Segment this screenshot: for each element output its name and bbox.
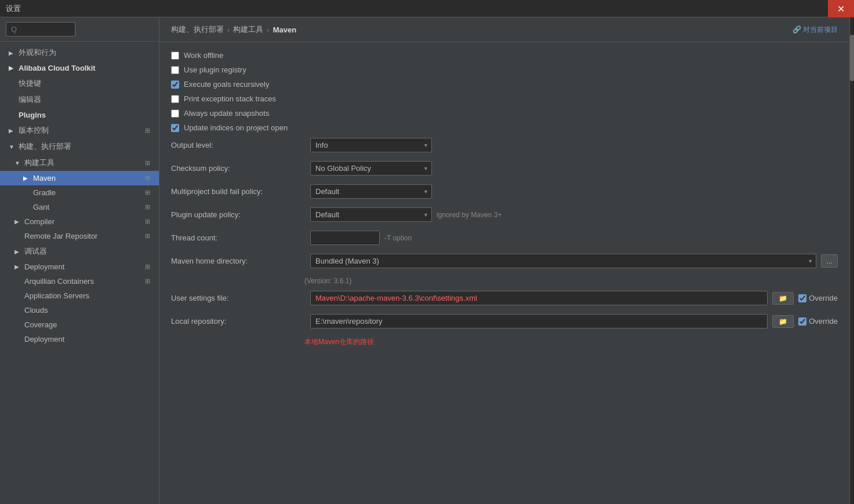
checksum-policy-select-wrapper: No Global Policy Fail Warn Ignore bbox=[310, 161, 432, 176]
execute-goals-label[interactable]: Execute goals recursively bbox=[184, 80, 269, 89]
local-repo-override-checkbox[interactable] bbox=[798, 317, 806, 326]
plugin-update-policy-select-wrapper: Default Always update Never update bbox=[310, 207, 432, 222]
title-bar: 设置 ✕ bbox=[0, 0, 854, 17]
maven-home-select-wrapper: Bundled (Maven 3) bbox=[310, 254, 816, 268]
sidebar-nav: ▶ 外观和行为 ▶ Alibaba Cloud Toolkit 快捷键 编辑器 … bbox=[0, 42, 159, 504]
local-repo-override: Override bbox=[798, 317, 838, 326]
sidebar-item-coverage[interactable]: Coverage bbox=[0, 317, 159, 332]
output-level-control: Trace Debug Info Warn Error bbox=[310, 138, 838, 152]
sidebar-item-label: Alibaba Cloud Toolkit bbox=[19, 64, 96, 72]
maven-home-row: Maven home directory: Bundled (Maven 3) … bbox=[171, 254, 838, 268]
work-offline-checkbox[interactable] bbox=[171, 52, 179, 60]
update-indices-label[interactable]: Update indices on project open bbox=[184, 123, 288, 132]
user-settings-row: User settings file: 📁 Override bbox=[171, 291, 838, 305]
sidebar-item-label: 编辑器 bbox=[19, 94, 41, 105]
window-title: 设置 bbox=[6, 3, 21, 14]
breadcrumb-sep1: › bbox=[227, 25, 230, 34]
maven-home-select[interactable]: Bundled (Maven 3) bbox=[310, 254, 816, 268]
use-plugin-registry-checkbox[interactable] bbox=[171, 66, 179, 74]
close-button[interactable]: ✕ bbox=[828, 0, 854, 17]
sidebar-item-editor[interactable]: 编辑器 bbox=[0, 92, 159, 108]
sidebar-item-label: Arquillian Containers bbox=[24, 277, 94, 286]
sidebar-item-deployment[interactable]: ▶ Deployment ⊞ bbox=[0, 260, 159, 274]
thread-count-row: Thread count: -T option bbox=[171, 231, 838, 245]
copy-icon: ⊞ bbox=[145, 174, 150, 182]
sidebar-item-label: 调试器 bbox=[24, 246, 47, 257]
sidebar-item-label: Deployment bbox=[24, 262, 64, 271]
plugin-update-note: ignored by Maven 3+ bbox=[437, 211, 502, 219]
print-exception-label[interactable]: Print exception stack traces bbox=[184, 94, 276, 103]
sidebar-item-alibaba[interactable]: ▶ Alibaba Cloud Toolkit bbox=[0, 61, 159, 75]
sidebar-item-gradle[interactable]: Gradle ⊞ bbox=[0, 185, 159, 200]
sidebar-item-gant[interactable]: Gant ⊞ bbox=[0, 200, 159, 214]
plugin-update-policy-row: Plugin update policy: Default Always upd… bbox=[171, 207, 838, 222]
arrow-icon: ▶ bbox=[9, 65, 16, 71]
sidebar-item-appearance[interactable]: ▶ 外观和行为 bbox=[0, 45, 159, 61]
arrow-icon: ▶ bbox=[14, 218, 21, 225]
sidebar-item-debugger[interactable]: ▶ 调试器 bbox=[0, 243, 159, 260]
always-update-row: Always update snapshots bbox=[171, 109, 838, 118]
sidebar: ▶ 外观和行为 ▶ Alibaba Cloud Toolkit 快捷键 编辑器 … bbox=[0, 17, 159, 504]
multiproject-policy-row: Multiproject build fail policy: Default … bbox=[171, 184, 838, 199]
plugin-update-policy-select[interactable]: Default Always update Never update bbox=[310, 207, 432, 222]
sidebar-item-remote-jar[interactable]: Remote Jar Repositor ⊞ bbox=[0, 229, 159, 243]
plugin-update-policy-control: Default Always update Never update ignor… bbox=[310, 207, 838, 222]
user-settings-override-checkbox[interactable] bbox=[798, 294, 806, 302]
sidebar-item-deployment2[interactable]: Deployment bbox=[0, 332, 159, 346]
sidebar-item-label: Coverage bbox=[24, 320, 57, 329]
output-level-select[interactable]: Trace Debug Info Warn Error bbox=[310, 138, 432, 152]
work-offline-label[interactable]: Work offline bbox=[184, 51, 223, 60]
sidebar-item-maven[interactable]: ▶ Maven ⊞ bbox=[0, 171, 159, 185]
breadcrumb-part1: 构建、执行部署 bbox=[171, 24, 224, 35]
sidebar-item-build-tools[interactable]: ▼ 构建工具 ⊞ bbox=[0, 155, 159, 171]
sidebar-item-compiler[interactable]: ▶ Compiler ⊞ bbox=[0, 214, 159, 229]
user-settings-override-label[interactable]: Override bbox=[809, 294, 838, 302]
maven-version-text: (Version: 3.6.1) bbox=[304, 277, 838, 285]
sidebar-item-label: 构建工具 bbox=[24, 158, 54, 168]
scrollbar-thumb[interactable] bbox=[850, 35, 854, 81]
arrow-icon: ▶ bbox=[23, 175, 30, 181]
maven-home-browse-button[interactable]: ... bbox=[821, 254, 838, 268]
plugin-update-policy-label: Plugin update policy: bbox=[171, 210, 304, 219]
breadcrumb-sep2: › bbox=[267, 25, 269, 34]
thread-count-label: Thread count: bbox=[171, 233, 304, 242]
sidebar-item-arquillian[interactable]: Arquillian Containers ⊞ bbox=[0, 274, 159, 288]
update-indices-row: Update indices on project open bbox=[171, 123, 838, 132]
user-settings-browse-button[interactable]: 📁 bbox=[772, 292, 794, 305]
search-input[interactable] bbox=[6, 22, 75, 36]
output-level-select-wrapper: Trace Debug Info Warn Error bbox=[310, 138, 432, 152]
thread-count-input[interactable] bbox=[310, 231, 380, 245]
local-repo-control: 📁 Override bbox=[310, 314, 838, 328]
update-indices-checkbox[interactable] bbox=[171, 124, 179, 132]
local-repo-override-label[interactable]: Override bbox=[809, 317, 838, 326]
arrow-icon: ▶ bbox=[9, 127, 16, 134]
local-repo-input[interactable] bbox=[310, 314, 768, 328]
execute-goals-checkbox[interactable] bbox=[171, 81, 179, 89]
sidebar-item-label: Remote Jar Repositor bbox=[24, 232, 97, 240]
local-repo-label: Local repository: bbox=[171, 317, 304, 326]
sidebar-item-plugins[interactable]: Plugins bbox=[0, 108, 159, 122]
always-update-label[interactable]: Always update snapshots bbox=[184, 109, 269, 118]
sidebar-item-app-servers[interactable]: Application Servers bbox=[0, 288, 159, 303]
sidebar-item-label: 构建、执行部署 bbox=[19, 141, 71, 152]
sidebar-item-shortcuts[interactable]: 快捷键 bbox=[0, 75, 159, 92]
use-plugin-registry-row: Use plugin registry bbox=[171, 65, 838, 74]
output-level-label: Output level: bbox=[171, 141, 304, 149]
copy-icon: ⊞ bbox=[145, 127, 150, 134]
sidebar-item-version-control[interactable]: ▶ 版本控制 ⊞ bbox=[0, 122, 159, 138]
copy-icon: ⊞ bbox=[145, 263, 150, 271]
use-plugin-registry-label[interactable]: Use plugin registry bbox=[184, 65, 246, 74]
sidebar-item-clouds[interactable]: Clouds bbox=[0, 303, 159, 317]
checksum-policy-select[interactable]: No Global Policy Fail Warn Ignore bbox=[310, 161, 432, 176]
sidebar-item-build-deploy[interactable]: ▼ 构建、执行部署 bbox=[0, 138, 159, 155]
breadcrumb-current: Maven bbox=[273, 25, 296, 34]
scrollbar[interactable] bbox=[849, 17, 854, 504]
local-repo-browse-button[interactable]: 📁 bbox=[772, 315, 794, 328]
project-link[interactable]: 🔗 对当前项目 bbox=[793, 25, 838, 35]
user-settings-control: 📁 Override bbox=[310, 291, 838, 305]
user-settings-input[interactable] bbox=[310, 291, 768, 305]
multiproject-policy-select[interactable]: Default Fail at end Fail fast Never fail bbox=[310, 184, 432, 199]
print-exception-checkbox[interactable] bbox=[171, 95, 179, 103]
always-update-checkbox[interactable] bbox=[171, 109, 179, 118]
sidebar-item-label: Application Servers bbox=[24, 291, 89, 300]
